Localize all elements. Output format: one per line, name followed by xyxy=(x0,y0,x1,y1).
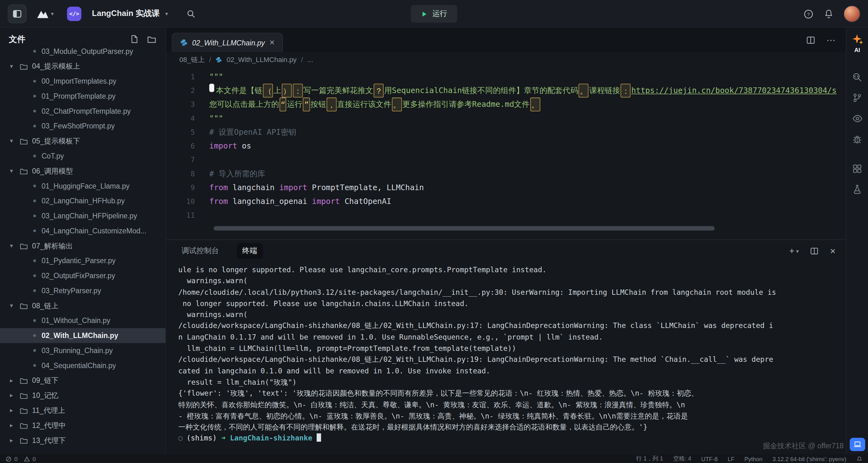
indent-setting[interactable]: 空格: 4 xyxy=(673,455,691,463)
search-button[interactable] xyxy=(186,8,196,19)
tree-file-row[interactable]: 03_FewShotPrompt.py xyxy=(0,119,165,134)
apps-grid-icon xyxy=(852,164,863,174)
tree-folder-row[interactable]: ▾08_链上 xyxy=(0,298,165,313)
new-folder-button[interactable] xyxy=(147,34,157,45)
tree-item-label: 13_代理下 xyxy=(32,435,66,445)
folder-icon xyxy=(20,62,28,70)
chevron-right-icon: ▸ xyxy=(10,422,16,429)
device-preview-button[interactable] xyxy=(849,438,865,451)
code-line[interactable]: 6import os xyxy=(166,139,846,153)
tree-item-label: 11_代理上 xyxy=(32,405,65,415)
code-token: （ xyxy=(263,84,273,97)
code-review-button[interactable] xyxy=(852,72,863,83)
help-button[interactable]: ? xyxy=(803,8,814,19)
terminal-output[interactable]: ule is no longer supported. Please use l… xyxy=(166,264,846,455)
language-mode[interactable]: Python xyxy=(744,456,763,462)
editor-tab-bar: 02_With_LLMChain.py ✕ ⋯ xyxy=(166,28,846,52)
tree-file-row[interactable]: 02_OutputFixParser.py xyxy=(0,268,165,283)
more-actions-button[interactable]: ⋯ xyxy=(826,35,836,46)
close-panel-button[interactable]: ✕ xyxy=(830,247,836,255)
code-line[interactable]: 1""" xyxy=(166,70,846,84)
sidebar-toggle-button[interactable] xyxy=(8,4,27,23)
code-token: os xyxy=(237,139,251,153)
breadcrumb-file[interactable]: 02_With_LLMChain.py xyxy=(226,56,297,64)
code-link[interactable]: https://juejin.cn/book/73877023474361303… xyxy=(631,84,837,97)
debug-button[interactable] xyxy=(852,134,863,145)
editor-area: 02_With_LLMChain.py ✕ ⋯ 08_链上 / 02_W xyxy=(166,28,846,454)
ai-sparkle-icon xyxy=(851,33,863,46)
source-control-button[interactable] xyxy=(852,92,863,103)
tree-file-row[interactable]: CoT.py xyxy=(0,148,165,164)
errors-count[interactable]: 0 xyxy=(14,456,18,462)
tree-folder-row[interactable]: ▾05_提示模板下 xyxy=(0,134,165,148)
code-line[interactable]: 4""" xyxy=(166,112,846,125)
project-icon[interactable]: </> xyxy=(67,6,81,21)
code-token: 运行 xyxy=(287,97,303,111)
new-file-button[interactable] xyxy=(129,34,139,45)
editor-tab-active[interactable]: 02_With_LLMChain.py ✕ xyxy=(172,33,283,52)
project-name[interactable]: LangChain 实战课 xyxy=(92,8,160,19)
code-line[interactable]: 2本文件是【链（上）：写一篇完美鲜花推文？用SequencialChain链接不… xyxy=(166,84,846,97)
cursor-position[interactable]: 行 1，列 1 xyxy=(636,455,663,463)
tab-terminal[interactable]: 终端 xyxy=(237,243,262,259)
tree-file-row[interactable]: 04_SequentialChain.py xyxy=(0,358,165,373)
ide-logo[interactable]: ▾ xyxy=(35,6,54,21)
tree-file-row[interactable]: 02_With_LLMChain.py xyxy=(0,328,165,343)
new-terminal-button[interactable]: + ▾ xyxy=(789,246,799,256)
breadcrumb-folder[interactable]: 08_链上 xyxy=(179,55,205,64)
split-editor-button[interactable] xyxy=(806,35,815,45)
tree-folder-row[interactable]: ▾04_提示模板上 xyxy=(0,59,165,74)
tree-folder-row[interactable]: ▸09_链下 xyxy=(0,373,165,388)
code-line[interactable]: 7 xyxy=(166,153,846,167)
user-avatar[interactable] xyxy=(844,6,860,22)
file-icon xyxy=(33,95,36,98)
eol-setting[interactable]: LF xyxy=(727,456,734,462)
close-icon[interactable]: ✕ xyxy=(270,39,275,47)
ai-assistant-button[interactable]: AI xyxy=(851,33,863,53)
encoding[interactable]: UTF-8 xyxy=(701,456,718,462)
tree-file-row[interactable]: 03_LangChain_HFPipeline.py xyxy=(0,208,165,223)
tree-file-row[interactable]: 03_RetryParser.py xyxy=(0,283,165,298)
chevron-down-icon[interactable]: ▾ xyxy=(165,11,168,17)
extensions-button[interactable] xyxy=(852,164,863,174)
code-token: langchain_openai xyxy=(228,195,312,208)
tree-file-row[interactable]: 01_PromptTemplate.py xyxy=(0,89,165,104)
run-button[interactable]: 运行 xyxy=(411,5,458,23)
status-bar: 0 0 行 1，列 1 空格: 4 UTF-8 LF Python 3.12.2… xyxy=(0,455,868,463)
terminal-prompt[interactable]: ○(shims)➜LangChain-shizhanke xyxy=(178,433,846,444)
code-line[interactable]: 3您可以点击最上方的“运行”按钮，直接运行该文件。更多操作指引请参考Readme… xyxy=(166,97,846,111)
code-line[interactable]: 11 xyxy=(166,208,846,222)
split-terminal-button[interactable] xyxy=(810,247,818,255)
code-line[interactable]: 5# 设置OpenAI API密钥 xyxy=(166,125,846,139)
bell-icon[interactable] xyxy=(857,456,862,462)
tree-file-row[interactable]: 03_Running_Chain.py xyxy=(0,343,165,358)
code-line[interactable]: 8# 导入所需的库 xyxy=(166,167,846,181)
tree-file-row[interactable]: 02_LangChain_HFHub.py xyxy=(0,193,165,208)
preview-button[interactable] xyxy=(852,113,863,124)
tree-file-row[interactable]: 01_HuggingFace_Llama.py xyxy=(0,179,165,194)
code-token: import xyxy=(279,181,307,195)
tree-folder-row[interactable]: ▸10_记忆 xyxy=(0,388,165,403)
tree-folder-row[interactable]: ▾06_调用模型 xyxy=(0,164,165,179)
python-interpreter[interactable]: 3.12.2 64-bit ('shims': pyenv) xyxy=(773,456,846,462)
tree-file-row[interactable]: 01_Without_Chain.py xyxy=(0,313,165,328)
notifications-button[interactable] xyxy=(824,9,834,19)
horizontal-scrollbar[interactable] xyxy=(214,226,715,231)
code-editor[interactable]: 1"""2本文件是【链（上）：写一篇完美鲜花推文？用SequencialChai… xyxy=(166,68,846,243)
tree-file-row[interactable]: 02_ChatPromptTemplate.py xyxy=(0,104,165,119)
experiments-button[interactable] xyxy=(852,184,863,195)
tree-folder-row[interactable]: ▸13_代理下 xyxy=(0,433,165,448)
warnings-count[interactable]: 0 xyxy=(33,456,36,462)
tree-file-row[interactable]: 01_Pydantic_Parser.py xyxy=(0,253,165,268)
code-line[interactable]: 10from langchain_openai import ChatOpenA… xyxy=(166,195,846,208)
tree-file-row[interactable]: 04_LangChain_CustomizeMod... xyxy=(0,223,165,238)
code-token: """ xyxy=(209,112,223,125)
tree-file-row[interactable]: 00_ImportTemplates.py xyxy=(0,74,165,89)
breadcrumb-more[interactable]: ... xyxy=(307,56,313,64)
tree-folder-row[interactable]: ▸12_代理中 xyxy=(0,418,165,433)
tree-folder-row[interactable]: ▸11_代理上 xyxy=(0,403,165,418)
tree-folder-row[interactable]: ▾07_解析输出 xyxy=(0,238,165,254)
code-line[interactable]: 9from langchain import PromptTemplate, L… xyxy=(166,181,846,195)
tree-file-row[interactable]: 03_Module_OutputParser.py xyxy=(0,44,165,59)
tab-debug-console[interactable]: 调试控制台 xyxy=(176,243,225,259)
